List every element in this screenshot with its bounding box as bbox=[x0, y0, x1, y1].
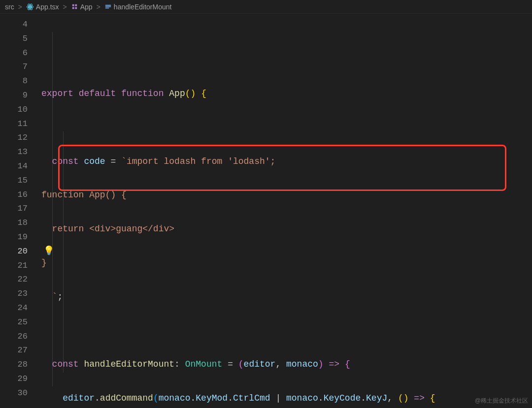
line-number[interactable]: 8 bbox=[0, 74, 28, 89]
lightbulb-icon[interactable]: 💡 bbox=[43, 245, 54, 256]
breadcrumb-item-app[interactable]: App bbox=[80, 3, 93, 11]
line-number[interactable]: 9 bbox=[0, 89, 28, 103]
code-line[interactable]: return <div>guang</div> bbox=[34, 222, 532, 236]
code-line[interactable]: editor.addCommand(monaco.KeyMod.CtrlCmd … bbox=[34, 391, 532, 406]
svg-point-0 bbox=[30, 6, 31, 7]
line-number[interactable]: 7 bbox=[0, 60, 28, 74]
line-number[interactable]: 5 bbox=[0, 32, 28, 46]
breadcrumb-item-src[interactable]: src bbox=[5, 3, 14, 11]
chevron-right-icon: > bbox=[95, 3, 102, 11]
line-number[interactable]: 11 bbox=[0, 117, 28, 131]
line-number[interactable]: 24 bbox=[0, 301, 28, 315]
code-editor[interactable]: 4 5 6 7 8 9 10 11 12 13 14 15 16 17 18 1… bbox=[0, 14, 532, 408]
code-line[interactable] bbox=[34, 324, 532, 338]
gutter[interactable]: 4 5 6 7 8 9 10 11 12 13 14 15 16 17 18 1… bbox=[0, 14, 34, 408]
line-number[interactable]: 28 bbox=[0, 358, 28, 372]
code-area[interactable]: export default function App() { const co… bbox=[34, 14, 532, 408]
code-line[interactable]: function App() { bbox=[34, 188, 532, 202]
line-number[interactable]: 20 bbox=[0, 245, 28, 259]
line-number[interactable]: 21 bbox=[0, 259, 28, 273]
line-number[interactable]: 10 bbox=[0, 103, 28, 117]
watermark: @稀土掘金技术社区 bbox=[475, 397, 528, 405]
symbol-class-icon bbox=[71, 3, 78, 10]
code-line[interactable]: } bbox=[34, 256, 532, 270]
line-number[interactable]: 17 bbox=[0, 202, 28, 216]
code-line[interactable]: const code = `import lodash from 'lodash… bbox=[34, 155, 532, 169]
chevron-right-icon: > bbox=[16, 3, 24, 11]
line-number[interactable]: 15 bbox=[0, 174, 28, 188]
code-line[interactable]: const handleEditorMount: OnMount = (edit… bbox=[34, 357, 532, 372]
line-number[interactable]: 16 bbox=[0, 188, 28, 202]
line-number[interactable]: 6 bbox=[0, 46, 28, 61]
react-icon bbox=[26, 3, 34, 11]
line-number[interactable]: 18 bbox=[0, 216, 28, 230]
symbol-method-icon bbox=[104, 3, 112, 10]
line-number[interactable]: 26 bbox=[0, 330, 28, 344]
code-line[interactable]: `; bbox=[34, 290, 532, 304]
line-number[interactable]: 19 bbox=[0, 230, 28, 245]
breadcrumb-item-file[interactable]: App.tsx bbox=[36, 3, 59, 11]
line-number[interactable]: 25 bbox=[0, 315, 28, 330]
line-number[interactable]: 23 bbox=[0, 287, 28, 301]
line-number[interactable]: 22 bbox=[0, 273, 28, 287]
breadcrumb[interactable]: src > App.tsx > App > handleEditorMount bbox=[0, 0, 532, 14]
line-number[interactable]: 30 bbox=[0, 386, 28, 401]
line-number[interactable]: 14 bbox=[0, 159, 28, 174]
line-number[interactable]: 29 bbox=[0, 372, 28, 386]
line-number[interactable]: 27 bbox=[0, 344, 28, 358]
line-number[interactable]: 13 bbox=[0, 145, 28, 159]
line-number[interactable]: 4 bbox=[0, 18, 28, 32]
line-number[interactable]: 12 bbox=[0, 131, 28, 145]
breadcrumb-item-func[interactable]: handleEditorMount bbox=[114, 3, 172, 11]
code-line[interactable]: export default function App() { bbox=[34, 87, 532, 101]
code-line[interactable] bbox=[34, 121, 532, 135]
chevron-right-icon: > bbox=[61, 3, 69, 11]
